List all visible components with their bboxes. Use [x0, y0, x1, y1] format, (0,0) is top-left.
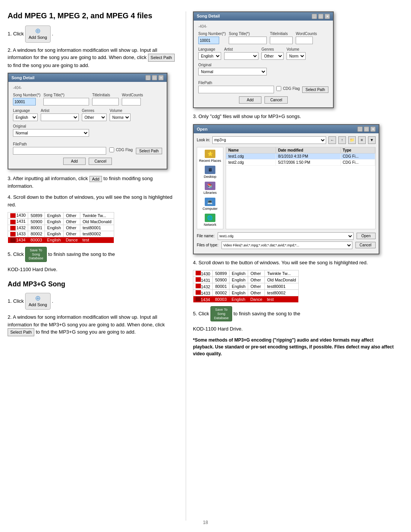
original-select[interactable]: Normal	[13, 129, 89, 137]
cdg-flag-checkbox[interactable]	[109, 147, 114, 152]
language-label: Language	[13, 109, 38, 113]
dialog-btn-row: Add Cancel	[13, 158, 162, 165]
look-in-select[interactable]: mp3+g	[212, 136, 326, 144]
file-type-1: CDG Fi...	[341, 153, 375, 159]
right-cdg-flag-checkbox[interactable]	[276, 86, 281, 91]
right-dialog-close[interactable]: ✕	[325, 14, 330, 19]
new-folder-btn[interactable]: 📁	[348, 136, 356, 144]
filetype-label: Files of type:	[197, 243, 218, 247]
song-title-input[interactable]	[43, 98, 89, 105]
right-select-path-button[interactable]: Select Path	[302, 86, 328, 93]
genres-group: Genres Other	[82, 109, 107, 121]
volume-label: Volume	[110, 109, 131, 113]
song-icon	[196, 277, 201, 282]
dialog-control-buttons: _ □ ✕	[145, 75, 164, 80]
song-number-group: Song Number(*)	[13, 93, 40, 105]
sidebar-desktop[interactable]: 🖥 Desktop	[204, 166, 216, 179]
sidebar-network[interactable]: 🌐 Network	[204, 214, 216, 227]
dialog-maximize-btn[interactable]: □	[152, 75, 157, 80]
view-list-btn[interactable]: ▼	[368, 136, 376, 144]
add-inline-btn[interactable]: Add	[89, 176, 102, 182]
mp3-step2-para: 2. A windows for song information modifi…	[8, 313, 177, 336]
filetype-select[interactable]: Video Files(*.avi;*.mpg;*.vob;*.dat;*.av…	[221, 241, 352, 249]
right-dialog-body: -404- Song Number(*) Song Title(*) Title…	[194, 21, 333, 107]
song-number-input[interactable]	[13, 98, 36, 105]
open-dialog-close[interactable]: ✕	[370, 126, 376, 132]
right-artist-select[interactable]	[224, 52, 258, 60]
song-detail-dialog-right: Song Detail _ □ ✕ -404- Song Number(*) S…	[193, 11, 334, 108]
file-name-1: test1.cdg	[226, 153, 276, 159]
right-language-select[interactable]: English	[198, 52, 221, 60]
artist-group: Artist	[41, 109, 79, 121]
right-original-group: Original Normal	[198, 63, 267, 75]
right-dialog-maximize[interactable]: □	[318, 14, 323, 19]
dialog-add-button[interactable]: Add	[63, 158, 86, 165]
original-group: Original Normal	[13, 124, 89, 137]
right-dialog-subtitle: -404-	[198, 24, 328, 29]
right-filepath-group: FilePath CDG Flag Select Path	[198, 81, 328, 93]
nav-back-btn[interactable]: ←	[328, 136, 336, 144]
right-titleinitials-input[interactable]	[270, 37, 293, 44]
view-btn[interactable]: ≡	[358, 136, 366, 144]
right-original-select[interactable]: Normal	[198, 68, 267, 75]
table-row: 1432 80001EnglishOthertest80001	[8, 225, 114, 231]
language-select[interactable]: English	[13, 113, 38, 121]
column-divider	[186, 11, 186, 521]
wordcounts-label: WordCounts	[122, 93, 143, 97]
add-song-button-2[interactable]: ⊕ Add Song	[25, 293, 50, 310]
right-form-row-1: Song Number(*) Song Title(*) TitleInitia…	[198, 32, 328, 44]
table-row: 1431 50900EnglishOtherOld MacDonald	[193, 277, 299, 283]
open-file-dialog: Open _ □ ✕ Look in: mp3+g ← ↑ 📁 ≡	[193, 124, 379, 254]
desktop-icon: 🖥	[205, 166, 215, 174]
filepath-input[interactable]	[13, 147, 106, 155]
select-path-inline-btn[interactable]: Select Path	[148, 54, 175, 62]
dialog-close-btn[interactable]: ✕	[158, 75, 164, 80]
nav-up-btn[interactable]: ↑	[338, 136, 346, 144]
artist-select[interactable]	[41, 113, 79, 121]
table-row: 1430 50899EnglishOtherTwinkle Tw...	[8, 212, 114, 219]
right-dialog-btn-row: Add Cancel	[198, 96, 328, 104]
right-dialog-add-button[interactable]: Add	[239, 96, 262, 104]
sidebar-recent-places[interactable]: ⭐ Recent Places	[199, 150, 221, 163]
save-to-database-button[interactable]: Save To Song Database	[25, 247, 47, 262]
volume-select[interactable]: Normal	[110, 113, 131, 121]
right-filepath-input[interactable]	[198, 86, 274, 93]
recent-places-icon: ⭐	[205, 150, 215, 158]
right-step5-para: 5. Click Save To Song Database to finish…	[193, 306, 395, 321]
dialog-minimize-btn[interactable]: _	[145, 75, 151, 80]
select-path-button[interactable]: Select Path	[136, 148, 162, 154]
dialog-cancel-button[interactable]: Cancel	[89, 158, 112, 165]
filename-select[interactable]: test1.cdg	[218, 232, 354, 240]
select-path-btn-mp3[interactable]: Select Path	[8, 328, 34, 336]
right-wordcounts-label: WordCounts	[296, 32, 317, 36]
sidebar-computer-label: Computer	[202, 207, 218, 211]
open-dialog-toolbar: Look in: mp3+g ← ↑ 📁 ≡ ▼	[197, 136, 376, 144]
right-save-to-database-button[interactable]: Save To Song Database	[210, 306, 232, 321]
plus-icon: ⊕	[35, 27, 41, 34]
open-dialog-minimize[interactable]: _	[357, 126, 363, 132]
col-type: Type	[341, 147, 375, 153]
right-song-title-input[interactable]	[229, 37, 267, 44]
right-cdg-flag-label: CDG Flag	[283, 86, 299, 91]
right-wordcounts-input[interactable]	[296, 37, 313, 44]
file-row-2[interactable]: test2.cdg 5/27/2006 1:50 PM CDG Fi...	[226, 160, 375, 166]
sidebar-libraries[interactable]: 📚 Libraries	[204, 182, 217, 195]
sidebar-computer[interactable]: 💻 Computer	[202, 198, 218, 211]
open-dialog-cancel-btn[interactable]: Cancel	[355, 242, 376, 248]
right-volume-select[interactable]: Normal	[287, 52, 306, 60]
open-button[interactable]: Open	[357, 233, 376, 239]
right-genres-select[interactable]: Other	[261, 52, 284, 60]
right-dialog-cancel-button[interactable]: Cancel	[264, 96, 288, 104]
right-dialog-minimize[interactable]: _	[312, 14, 317, 19]
file-row-1[interactable]: test1.cdg 8/1/2010 4:33 PM CDG Fi...	[226, 153, 375, 160]
file-name-row: File name: test1.cdg Open	[197, 232, 376, 240]
titleinitials-input[interactable]	[92, 98, 119, 105]
right-song-number-input[interactable]	[198, 37, 219, 44]
wordcounts-input[interactable]	[122, 98, 141, 105]
genres-select[interactable]: Other	[82, 113, 107, 121]
right-step4-para: 4. Scroll down to the button of windows.…	[193, 259, 395, 267]
open-dialog-maximize[interactable]: □	[364, 126, 369, 132]
add-song-button[interactable]: ⊕ Add Song	[25, 26, 50, 43]
song-table-left: 1430 50899EnglishOtherTwinkle Tw... 1431…	[8, 212, 114, 243]
table-row-highlighted: 1434 80003EnglishDancetest	[193, 296, 299, 303]
